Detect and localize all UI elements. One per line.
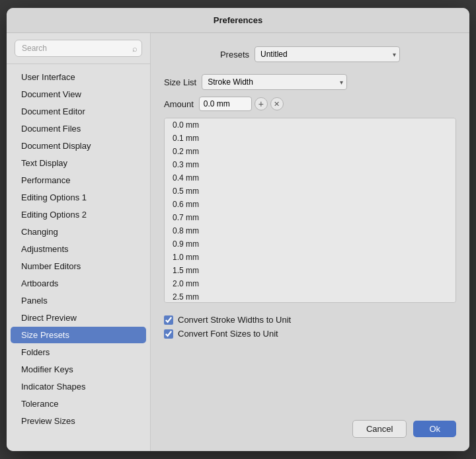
- stroke-checkbox-label: Convert Stroke Widths to Unit: [178, 315, 291, 325]
- font-checkbox-label: Convert Font Sizes to Unit: [178, 329, 278, 339]
- sidebar-item-folders[interactable]: Folders: [11, 344, 146, 360]
- list-item[interactable]: 0.5 mm: [165, 185, 456, 198]
- sidebar-item-user-interface[interactable]: User Interface: [11, 69, 146, 85]
- list-item[interactable]: 0.2 mm: [165, 145, 456, 158]
- sidebar-item-direct-preview[interactable]: Direct Preview: [11, 310, 146, 326]
- sidebar-item-document-display[interactable]: Document Display: [11, 138, 146, 154]
- list-item[interactable]: 0.6 mm: [165, 198, 456, 211]
- size-list-select[interactable]: Stroke Width Font Size: [202, 74, 347, 90]
- remove-size-button[interactable]: ✕: [270, 97, 284, 110]
- sidebar-item-adjustments[interactable]: Adjustments: [11, 241, 146, 257]
- list-item[interactable]: 1.0 mm: [165, 251, 456, 264]
- list-item[interactable]: 0.9 mm: [165, 237, 456, 251]
- stroke-checkbox-row: Convert Stroke Widths to Unit: [164, 315, 456, 325]
- sidebar-item-modifier-keys[interactable]: Modifier Keys: [11, 361, 146, 378]
- sidebar-item-number-editors[interactable]: Number Editors: [11, 258, 146, 274]
- presets-row: Presets Untitled ▾: [164, 46, 456, 62]
- sidebar-item-editing-options-2[interactable]: Editing Options 2: [11, 206, 146, 223]
- add-size-button[interactable]: +: [255, 97, 268, 110]
- list-item[interactable]: 0.0 mm: [165, 118, 456, 132]
- size-list-row: Size List Stroke Width Font Size ▾: [164, 74, 456, 90]
- preferences-window: Preferences ⌕ User InterfaceDocument Vie…: [7, 8, 469, 451]
- font-checkbox-row: Convert Font Sizes to Unit: [164, 329, 456, 339]
- sidebar-item-changing[interactable]: Changing: [11, 224, 146, 240]
- search-container: ⌕: [7, 33, 150, 64]
- font-checkbox[interactable]: [164, 329, 173, 339]
- sidebar-item-preview-sizes[interactable]: Preview Sizes: [11, 413, 146, 429]
- sidebar-item-editing-options-1[interactable]: Editing Options 1: [11, 189, 146, 206]
- sidebar-item-document-files[interactable]: Document Files: [11, 120, 146, 137]
- presets-select-wrapper: Untitled ▾: [255, 46, 400, 62]
- checkboxes-section: Convert Stroke Widths to Unit Convert Fo…: [164, 315, 456, 343]
- nav-list: User InterfaceDocument ViewDocument Edit…: [7, 64, 150, 451]
- amount-input[interactable]: [199, 97, 252, 111]
- sidebar-item-performance[interactable]: Performance: [11, 172, 146, 188]
- list-item[interactable]: 0.1 mm: [165, 132, 456, 145]
- main-content: Presets Untitled ▾ Size List Stroke Widt…: [151, 33, 469, 451]
- list-item[interactable]: 0.4 mm: [165, 171, 456, 185]
- title-bar: Preferences: [7, 8, 469, 33]
- list-item[interactable]: 0.7 mm: [165, 211, 456, 224]
- sidebar-item-text-display[interactable]: Text Display: [11, 155, 146, 171]
- cancel-button[interactable]: Cancel: [352, 420, 407, 438]
- size-list-container[interactable]: 0.0 mm0.1 mm0.2 mm0.3 mm0.4 mm0.5 mm0.6 …: [164, 118, 456, 303]
- presets-label: Presets: [220, 50, 249, 60]
- list-item[interactable]: 1.5 mm: [165, 264, 456, 277]
- presets-select[interactable]: Untitled: [255, 46, 400, 62]
- size-list-label: Size List: [164, 77, 196, 87]
- stroke-checkbox[interactable]: [164, 315, 173, 325]
- window-body: ⌕ User InterfaceDocument ViewDocument Ed…: [7, 33, 469, 451]
- amount-label: Amount: [164, 99, 194, 109]
- window-title: Preferences: [214, 15, 262, 25]
- ok-button[interactable]: Ok: [413, 421, 456, 437]
- list-item[interactable]: 0.8 mm: [165, 224, 456, 237]
- sidebar-item-tolerance[interactable]: Tolerance: [11, 396, 146, 412]
- sidebar: ⌕ User InterfaceDocument ViewDocument Ed…: [7, 33, 151, 451]
- list-item[interactable]: 0.3 mm: [165, 158, 456, 171]
- sidebar-item-document-view[interactable]: Document View: [11, 86, 146, 103]
- list-item[interactable]: 2.5 mm: [165, 290, 456, 303]
- sidebar-item-indicator-shapes[interactable]: Indicator Shapes: [11, 378, 146, 395]
- list-item[interactable]: 2.0 mm: [165, 277, 456, 290]
- footer-buttons: Cancel Ok: [164, 413, 456, 438]
- search-wrapper: ⌕: [15, 40, 142, 57]
- amount-input-wrap: + ✕: [199, 97, 284, 111]
- sidebar-item-panels[interactable]: Panels: [11, 292, 146, 309]
- sidebar-item-size-presets[interactable]: Size Presets: [11, 327, 146, 343]
- sidebar-item-document-editor[interactable]: Document Editor: [11, 103, 146, 120]
- sidebar-item-artboards[interactable]: Artboards: [11, 275, 146, 292]
- size-list-select-wrapper: Stroke Width Font Size ▾: [202, 74, 347, 90]
- search-input[interactable]: [15, 40, 142, 57]
- amount-row: Amount + ✕: [164, 97, 456, 111]
